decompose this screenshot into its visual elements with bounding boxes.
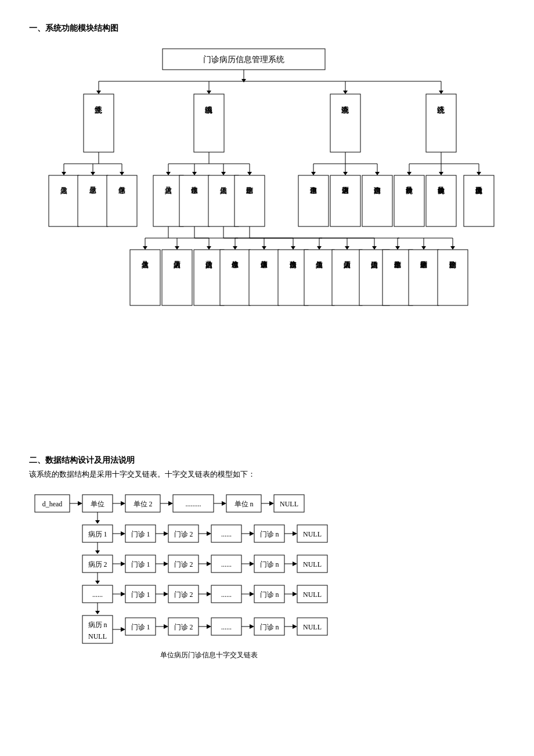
svg-marker-163 — [95, 520, 100, 524]
svg-marker-111 — [395, 246, 400, 250]
svg-text:NULL: NULL — [88, 632, 107, 640]
svg-rect-19 — [426, 94, 456, 152]
svg-marker-12 — [439, 91, 443, 94]
svg-text:门诊 2: 门诊 2 — [174, 560, 193, 568]
svg-text:门诊 2: 门诊 2 — [174, 591, 193, 599]
section2-description: 该系统的数据结构是采用十字交叉链表。十字交叉链表的模型如下： — [29, 469, 505, 480]
svg-marker-211 — [95, 581, 100, 584]
svg-marker-147 — [121, 501, 125, 506]
svg-marker-235 — [95, 611, 100, 614]
svg-text:门诊 1: 门诊 1 — [131, 591, 150, 599]
svg-marker-104 — [345, 246, 349, 250]
svg-text:单位: 单位 — [91, 500, 104, 508]
svg-marker-84 — [143, 246, 147, 250]
svg-marker-52 — [439, 172, 443, 175]
svg-marker-252 — [250, 624, 254, 629]
svg-marker-256 — [293, 624, 297, 629]
svg-rect-77 — [426, 175, 456, 226]
svg-marker-183 — [293, 531, 297, 536]
svg-rect-126 — [278, 250, 308, 305]
svg-marker-203 — [250, 561, 254, 566]
svg-marker-159 — [269, 501, 274, 506]
svg-rect-136 — [409, 250, 439, 305]
svg-text:门诊 2: 门诊 2 — [174, 623, 193, 631]
svg-marker-223 — [207, 592, 211, 596]
svg-text:病历 1: 病历 1 — [88, 530, 107, 538]
svg-text:NULL: NULL — [303, 560, 322, 568]
svg-rect-63 — [179, 175, 210, 226]
svg-marker-86 — [175, 246, 179, 250]
svg-marker-187 — [95, 550, 100, 554]
svg-marker-3 — [241, 79, 246, 82]
svg-marker-113 — [421, 246, 426, 250]
section2-title: 二、数据结构设计及用法说明 — [29, 455, 505, 466]
svg-rect-57 — [78, 175, 108, 226]
svg-marker-42 — [311, 172, 316, 175]
svg-text:门诊 1: 门诊 1 — [131, 623, 150, 631]
svg-rect-138 — [438, 250, 468, 305]
svg-marker-143 — [78, 501, 82, 506]
svg-marker-26 — [91, 172, 95, 175]
svg-marker-93 — [233, 246, 237, 250]
svg-marker-8 — [207, 91, 211, 94]
svg-text:NULL: NULL — [303, 591, 322, 599]
svg-marker-38 — [247, 172, 252, 175]
svg-rect-71 — [330, 175, 360, 226]
svg-rect-118 — [162, 250, 192, 305]
svg-marker-195 — [164, 561, 168, 566]
svg-rect-61 — [153, 175, 183, 226]
svg-rect-122 — [220, 250, 250, 305]
svg-marker-191 — [121, 561, 125, 566]
svg-marker-46 — [375, 172, 380, 175]
svg-marker-207 — [293, 561, 297, 566]
section1: 一、系统功能模块结构图 门诊病历信息管理系统 文件系统 编辑系统 查询系统 — [29, 23, 505, 438]
svg-marker-244 — [164, 624, 168, 629]
svg-marker-175 — [207, 531, 211, 536]
svg-marker-36 — [221, 172, 226, 175]
svg-marker-97 — [291, 246, 295, 250]
section1-title: 一、系统功能模块结构图 — [29, 23, 505, 34]
cross-list-label: 单位病历门诊信息十字交叉链表 — [160, 651, 258, 659]
svg-marker-155 — [222, 501, 226, 506]
svg-rect-130 — [332, 250, 362, 305]
svg-rect-59 — [107, 175, 137, 226]
svg-marker-219 — [164, 592, 168, 596]
svg-marker-231 — [293, 592, 297, 596]
svg-rect-17 — [330, 94, 360, 152]
svg-text:......: ...... — [221, 623, 232, 631]
svg-marker-227 — [250, 592, 254, 596]
svg-text:d_head: d_head — [42, 500, 63, 508]
svg-rect-120 — [194, 250, 224, 305]
svg-text:......: ...... — [221, 591, 232, 599]
svg-text:门诊 n: 门诊 n — [260, 591, 279, 599]
svg-marker-171 — [164, 531, 168, 536]
svg-rect-15 — [194, 94, 224, 152]
svg-text:......: ...... — [221, 530, 232, 538]
svg-marker-32 — [166, 172, 171, 175]
svg-marker-199 — [207, 561, 211, 566]
svg-text:NULL: NULL — [280, 500, 298, 508]
svg-text:门诊 n: 门诊 n — [260, 623, 279, 631]
svg-text:病历 n: 病历 n — [88, 621, 107, 629]
svg-marker-179 — [250, 531, 254, 536]
svg-marker-240 — [121, 627, 125, 632]
svg-text:......: ...... — [92, 591, 103, 599]
svg-text:单位 2: 单位 2 — [134, 500, 153, 508]
cross-list-diagram: d_head 单位 单位 2 ......... 单位 n NULL 病历 1 — [29, 489, 505, 686]
svg-rect-69 — [298, 175, 329, 226]
svg-text:门诊 n: 门诊 n — [260, 530, 279, 538]
svg-marker-54 — [477, 172, 481, 175]
svg-marker-24 — [62, 172, 66, 175]
svg-rect-65 — [208, 175, 239, 226]
svg-text:门诊 1: 门诊 1 — [131, 560, 150, 568]
svg-marker-95 — [262, 246, 266, 250]
svg-text:门诊 2: 门诊 2 — [174, 530, 193, 538]
section2: 二、数据结构设计及用法说明 该系统的数据结构是采用十字交叉链表。十字交叉链表的模… — [29, 455, 505, 686]
svg-text:单位 n: 单位 n — [234, 500, 254, 508]
svg-marker-10 — [343, 91, 348, 94]
svg-rect-134 — [383, 250, 413, 305]
svg-rect-67 — [234, 175, 265, 226]
svg-rect-75 — [394, 175, 424, 226]
svg-rect-124 — [249, 250, 279, 305]
svg-text:门诊 1: 门诊 1 — [131, 530, 150, 538]
